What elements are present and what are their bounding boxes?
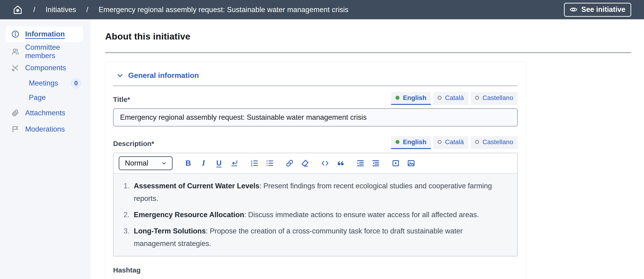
sidebar-item-label: Moderations — [25, 125, 65, 133]
italic-icon: I — [202, 159, 205, 167]
bold-button[interactable]: B — [184, 159, 193, 168]
meetings-count-badge: 0 — [71, 78, 82, 89]
link-button[interactable] — [285, 159, 294, 168]
description-field-header: Description* English Català Castellano — [113, 136, 518, 149]
list-item: 1. Assessment of Current Water Levels: P… — [124, 180, 508, 205]
lang-tab-english[interactable]: English — [391, 92, 431, 105]
link-icon — [286, 159, 294, 167]
lang-tab-label: Català — [445, 138, 464, 146]
sidebar-item-moderations[interactable]: Moderations — [0, 121, 90, 137]
toolbar-group-lists: 1 2 3 — [250, 159, 274, 168]
sidebar-item-label: Meetings — [29, 79, 58, 87]
ordered-list-icon: 1 2 3 — [250, 159, 258, 167]
sidebar-item-label: Attachments — [25, 109, 65, 117]
sidebar-item-page[interactable]: Page — [0, 90, 90, 105]
sidebar-item-components[interactable]: Components — [0, 60, 90, 76]
clear-format-button[interactable] — [300, 159, 310, 168]
list-item-marker: 2. — [124, 209, 134, 221]
lang-tab-catala[interactable]: Català — [433, 136, 468, 149]
page-layout: Information Committee members — [0, 19, 644, 279]
toolbar-group-link — [285, 159, 310, 168]
list-item-text: Emergency Resource Allocation: Discuss i… — [134, 209, 479, 221]
sidebar-item-information[interactable]: Information — [6, 26, 83, 42]
unordered-list-icon — [266, 159, 274, 167]
breadcrumb-separator: / — [86, 5, 88, 14]
paragraph-style-value: Normal — [125, 159, 148, 167]
indent-increase-button[interactable] — [356, 159, 365, 168]
lang-incomplete-dot-icon — [475, 140, 479, 144]
code-button[interactable] — [320, 159, 330, 168]
admin-home-link[interactable] — [12, 4, 23, 15]
toolbar-group-indent — [356, 159, 380, 168]
eraser-icon — [301, 159, 309, 167]
sidebar-item-meetings[interactable]: Meetings 0 — [0, 76, 90, 90]
eye-icon — [569, 5, 578, 14]
indent-decrease-icon — [372, 159, 380, 167]
paperclip-icon — [11, 109, 20, 117]
video-button[interactable] — [391, 159, 400, 168]
image-icon — [407, 159, 415, 167]
video-icon — [392, 159, 400, 167]
sidebar-item-attachments[interactable]: Attachments — [0, 105, 90, 121]
list-item-marker: 3. — [124, 225, 134, 250]
title-field-header: Title* English Català Castellano — [113, 92, 518, 105]
list-item-text: Long-Term Solutions: Propose the creatio… — [134, 225, 497, 250]
line-break-button[interactable] — [230, 159, 239, 168]
lang-tab-catala[interactable]: Català — [433, 92, 468, 105]
lang-incomplete-dot-icon — [438, 96, 442, 100]
tools-icon — [11, 64, 20, 72]
flag-icon — [11, 125, 20, 133]
description-language-tabs: English Català Castellano — [391, 136, 518, 149]
editor-content-area[interactable]: 1. Assessment of Current Water Levels: P… — [114, 174, 517, 256]
hashtag-label: Hashtag — [113, 266, 518, 276]
general-information-card: General information Title* English Catal… — [105, 62, 526, 279]
underline-button[interactable]: U — [214, 159, 223, 168]
topbar: / Initiatives / Emergency regional assem… — [0, 0, 644, 19]
chevron-down-icon — [161, 160, 167, 166]
lang-incomplete-dot-icon — [475, 96, 479, 100]
sidebar-item-label: Committee members — [25, 43, 90, 60]
lang-tab-label: Català — [445, 94, 464, 102]
section-divider — [113, 86, 518, 86]
sidebar-item-label: Information — [25, 30, 65, 38]
toolbar-group-media — [391, 159, 416, 168]
see-initiative-button[interactable]: See initiative — [564, 3, 631, 17]
indent-decrease-button[interactable] — [371, 159, 380, 168]
paragraph-style-select[interactable]: Normal — [119, 156, 173, 170]
general-information-toggle[interactable]: General information — [113, 71, 199, 80]
breadcrumb-initiatives-link[interactable]: Initiatives — [46, 5, 76, 14]
list-item: 3. Long-Term Solutions: Propose the crea… — [124, 225, 508, 250]
lang-tab-castellano[interactable]: Castellano — [471, 92, 518, 105]
breadcrumb-current-page: Emergency regional assembly request: Sus… — [99, 5, 348, 14]
list-item-text: Assessment of Current Water Levels: Pres… — [134, 180, 497, 205]
title-label: Title* — [113, 96, 130, 105]
line-break-icon — [230, 159, 238, 167]
unordered-list-button[interactable] — [265, 159, 274, 168]
rich-text-editor: Normal B I — [113, 153, 518, 257]
title-divider — [105, 52, 631, 53]
sidebar-item-committee-members[interactable]: Committee members — [0, 43, 90, 60]
italic-button[interactable]: I — [199, 159, 208, 168]
description-label: Description* — [113, 140, 154, 149]
image-button[interactable] — [407, 159, 416, 168]
toolbar-group-blocks — [320, 159, 345, 168]
users-icon — [11, 47, 20, 56]
info-icon — [11, 30, 20, 38]
list-item: 2. Emergency Resource Allocation: Discus… — [124, 209, 508, 221]
lang-tab-label: Castellano — [482, 138, 513, 146]
ordered-list-button[interactable]: 1 2 3 — [250, 159, 259, 168]
title-input[interactable] — [113, 108, 518, 126]
lang-complete-dot-icon — [396, 140, 400, 144]
lang-complete-dot-icon — [396, 96, 400, 100]
breadcrumb-separator: / — [33, 5, 35, 14]
list-item-marker: 1. — [124, 180, 134, 205]
lang-tab-english[interactable]: English — [391, 136, 431, 149]
lang-tab-castellano[interactable]: Castellano — [471, 136, 518, 149]
blockquote-button[interactable] — [336, 159, 345, 168]
underline-icon: U — [216, 159, 222, 167]
editor-toolbar: Normal B I — [114, 153, 517, 174]
chevron-down-icon — [116, 72, 124, 79]
lang-tab-label: Castellano — [482, 94, 513, 102]
indent-increase-icon — [356, 159, 364, 167]
title-language-tabs: English Català Castellano — [391, 92, 518, 105]
